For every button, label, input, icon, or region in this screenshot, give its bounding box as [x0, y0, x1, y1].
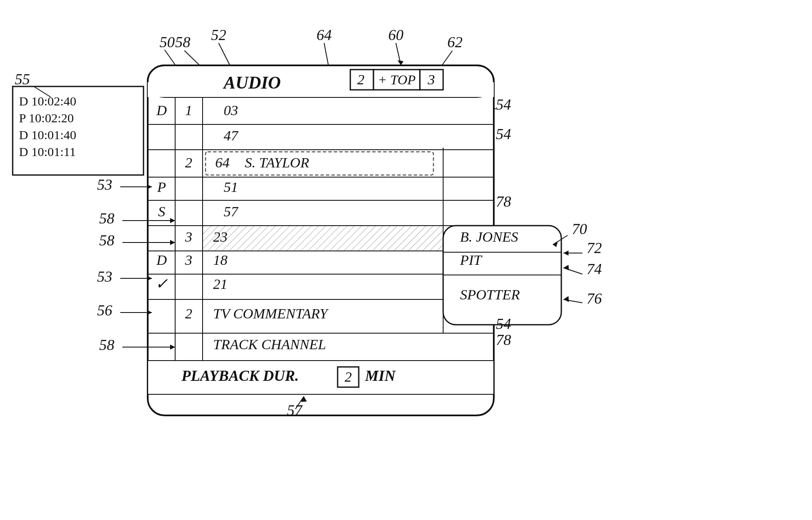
row8-col3: 21	[213, 276, 227, 292]
row7-col2: 3	[185, 252, 192, 268]
timestamp-2: P 10:02:20	[19, 111, 74, 125]
row3-col3-num: 64	[215, 155, 230, 170]
ref-78a: 78	[496, 193, 511, 210]
ref-70: 70	[572, 221, 587, 237]
playback-box: 2	[345, 369, 352, 385]
ref-57: 57	[287, 402, 303, 419]
svg-text:58: 58	[175, 34, 190, 51]
timestamp-1: D 10:02:40	[19, 94, 76, 108]
pit-label: PIT	[460, 252, 482, 268]
ref-54a: 54	[496, 96, 511, 113]
row10-col3: TRACK CHANNEL	[213, 337, 326, 352]
spotter-label: SPOTTER	[460, 287, 520, 302]
row5-col1: S	[158, 204, 165, 219]
box2-label: 2	[357, 72, 365, 87]
svg-rect-42	[206, 152, 433, 175]
playback-label: PLAYBACK DUR.	[181, 367, 299, 384]
ref-58a: 58	[99, 210, 114, 227]
ref-74: 74	[587, 261, 602, 278]
audio-label: AUDIO	[222, 73, 281, 92]
ref-72: 72	[587, 240, 602, 256]
row4-col1: P	[157, 179, 166, 195]
ref-54c: 54	[496, 315, 511, 332]
row9-col3: TV COMMENTARY	[213, 306, 329, 321]
row3-col2: 2	[185, 155, 192, 170]
svg-rect-43	[203, 226, 443, 251]
svg-text:60: 60	[388, 27, 403, 43]
row9-col2: 2	[185, 306, 192, 321]
row4-col3: 51	[224, 179, 238, 195]
svg-text:55: 55	[15, 71, 30, 88]
ref-53a: 53	[97, 176, 112, 193]
ref-54b: 54	[496, 126, 511, 143]
timestamp-3: D 10:01:40	[19, 128, 76, 142]
ref-76: 76	[587, 290, 602, 307]
row5-col3: 57	[224, 204, 239, 219]
ref-58c: 58	[99, 337, 114, 353]
box3-label: 3	[428, 72, 435, 87]
row7-col3: 18	[213, 252, 227, 268]
svg-text:62: 62	[447, 34, 463, 51]
row6-col2: 3	[185, 229, 192, 245]
ref-58b: 58	[99, 232, 114, 249]
row1-col2: 1	[185, 102, 192, 118]
row7-col1: D	[156, 252, 167, 268]
row1-col3: 03	[224, 102, 238, 118]
min-label: MIN	[365, 367, 396, 384]
row8-col1: ✓	[155, 275, 168, 292]
plus-top-label: + TOP	[378, 72, 415, 87]
ref-53b: 53	[97, 268, 112, 285]
ref-56: 56	[97, 302, 112, 319]
timestamp-4: D 10:01:11	[19, 145, 76, 159]
row3-taylor: S. TAYLOR	[245, 155, 309, 170]
row1-col1: D	[156, 102, 167, 118]
diagram-container: 50 58 52 64 60 62 55 D 10:02:40 P 10:02:…	[0, 0, 812, 520]
svg-text:52: 52	[211, 27, 226, 43]
svg-text:64: 64	[317, 27, 332, 43]
svg-text:50: 50	[160, 34, 175, 51]
ref-78b: 78	[496, 331, 511, 348]
row6-col3: 23	[213, 229, 227, 245]
b-jones-label: B. JONES	[460, 229, 518, 245]
row2-col3: 47	[224, 128, 239, 143]
